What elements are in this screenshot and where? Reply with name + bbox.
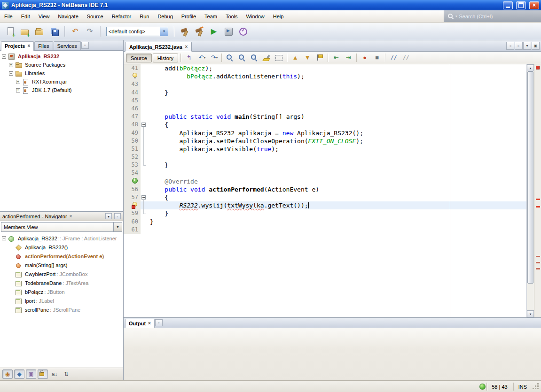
menu-profile[interactable]: Profile bbox=[177, 10, 200, 22]
tree-expander[interactable]: − bbox=[2, 54, 6, 59]
menu-help[interactable]: Help bbox=[269, 10, 288, 22]
scrollbar-track[interactable] bbox=[527, 284, 534, 310]
tab-list-button[interactable]: ▾ bbox=[523, 42, 531, 50]
menu-team[interactable]: Team bbox=[200, 10, 221, 22]
last-edit-position-button[interactable]: ↰ bbox=[183, 53, 195, 63]
tree-item[interactable]: bPołącz : JButton bbox=[0, 287, 123, 296]
tree-item[interactable]: −Libraries bbox=[0, 69, 123, 77]
tree-item[interactable]: −Aplikacja_RS232 :: JFrame : ActionListe… bbox=[0, 234, 123, 243]
config-select[interactable]: <default config>▼ bbox=[106, 27, 168, 36]
source-view-button[interactable]: Source bbox=[126, 54, 152, 62]
code-text[interactable]: } bbox=[147, 209, 526, 217]
code-text[interactable]: public void actionPerformed(ActionEvent … bbox=[147, 185, 526, 193]
history-view-button[interactable]: History bbox=[153, 54, 178, 62]
uncomment-button[interactable] bbox=[400, 53, 411, 63]
scroll-down-button[interactable]: ▼ bbox=[527, 310, 534, 317]
code-text[interactable]: add(bPołącz); bbox=[147, 64, 526, 72]
close-button[interactable]: × bbox=[529, 1, 539, 9]
tab-services[interactable]: Services bbox=[54, 41, 81, 50]
menu-file[interactable]: File bbox=[0, 10, 17, 22]
tree-item[interactable]: −Aplikacja_RS232 bbox=[0, 52, 123, 61]
quick-search[interactable]: ▾ Search (Ctrl+I) bbox=[444, 10, 541, 22]
shift-line-right-button[interactable]: ⇥ bbox=[343, 53, 354, 63]
code-text[interactable] bbox=[147, 105, 526, 113]
redo-button[interactable]: ↷ bbox=[83, 25, 96, 38]
tree-expander[interactable]: + bbox=[16, 88, 20, 92]
close-tab-icon[interactable]: × bbox=[27, 43, 30, 51]
code-text[interactable]: { bbox=[147, 121, 526, 129]
show-non-public-button[interactable] bbox=[38, 369, 48, 379]
scroll-up-button[interactable]: ▲ bbox=[527, 64, 534, 71]
next-bookmark-button[interactable]: ▼ bbox=[302, 53, 313, 63]
code-text[interactable] bbox=[147, 80, 526, 88]
tree-item[interactable]: CwybierzPort : JComboBox bbox=[0, 269, 123, 278]
sort-alphabetically-button[interactable]: a↓ bbox=[49, 369, 60, 379]
stop-macro-recording-button[interactable]: ■ bbox=[371, 53, 383, 63]
code-text[interactable]: aplikacja.setVisible(true); bbox=[147, 145, 526, 153]
code-text[interactable]: bPołącz.addActionListener(this); bbox=[147, 72, 526, 80]
collapse-panel-button[interactable]: ▫ bbox=[81, 42, 89, 49]
new-file-button[interactable] bbox=[4, 25, 17, 38]
undo-button[interactable]: ↶ bbox=[69, 25, 82, 38]
code-text[interactable] bbox=[147, 97, 526, 105]
menu-view[interactable]: View bbox=[34, 10, 54, 22]
scroll-tabs-right-button[interactable]: ▸ bbox=[515, 42, 523, 50]
output-console[interactable] bbox=[124, 328, 541, 380]
tree-expander[interactable]: + bbox=[9, 63, 13, 67]
close-navigator-icon[interactable]: × bbox=[70, 214, 72, 219]
sort-by-source-button[interactable]: ⇅ bbox=[61, 369, 71, 379]
open-project-button[interactable] bbox=[33, 25, 46, 38]
scroll-tabs-left-button[interactable]: ◂ bbox=[506, 42, 514, 50]
code-text[interactable]: } bbox=[147, 218, 526, 226]
shift-line-left-button[interactable]: ⇤ bbox=[330, 53, 342, 63]
scrollbar-thumb[interactable] bbox=[527, 71, 533, 284]
error-stripe-mark[interactable] bbox=[536, 199, 540, 200]
code-text[interactable]: @Override bbox=[147, 177, 526, 185]
show-static-members-button[interactable]: ▣ bbox=[26, 369, 36, 379]
comment-button[interactable] bbox=[388, 53, 399, 63]
menu-run[interactable]: Run bbox=[135, 10, 153, 22]
tree-item[interactable]: actionPerformed(ActionEvent e) bbox=[0, 252, 123, 261]
error-stripe-mark[interactable] bbox=[536, 268, 540, 269]
close-tab-icon[interactable]: × bbox=[185, 44, 188, 51]
code-lines[interactable]: 41 add(bPołącz); bPołącz.addActionListen… bbox=[124, 64, 526, 317]
code-text[interactable]: Aplikacja_RS232 aplikacja = new Aplikacj… bbox=[147, 129, 526, 137]
tab-projects[interactable]: Projects× bbox=[1, 41, 34, 51]
toggle-bookmark-button[interactable] bbox=[314, 53, 325, 63]
error-badge-icon[interactable] bbox=[536, 66, 540, 69]
find-next-occurrence-button[interactable] bbox=[236, 53, 248, 63]
profile-project-button[interactable] bbox=[236, 25, 250, 38]
toggle-highlight-search-button[interactable] bbox=[261, 53, 272, 63]
clean-build-project-button[interactable] bbox=[193, 25, 206, 38]
error-bulb-icon[interactable] bbox=[132, 201, 138, 208]
editor-tab[interactable]: Aplikacja_RS232.java × bbox=[125, 42, 192, 52]
tree-expander[interactable]: − bbox=[2, 236, 6, 240]
tree-item[interactable]: Aplikacja_RS232() bbox=[0, 243, 123, 252]
fold-collapse-button[interactable] bbox=[141, 195, 146, 200]
build-project-button[interactable] bbox=[178, 25, 191, 38]
chevron-down-icon[interactable]: ▼ bbox=[113, 223, 122, 231]
error-stripe-mark[interactable] bbox=[536, 262, 540, 263]
show-inherited-members-button[interactable]: ◉ bbox=[2, 369, 13, 379]
code-text[interactable]: } bbox=[147, 161, 526, 169]
search-dropdown-icon[interactable]: ▾ bbox=[455, 15, 457, 18]
menu-source[interactable]: Source bbox=[83, 10, 108, 22]
maximize-button[interactable] bbox=[516, 1, 526, 9]
resize-grip[interactable] bbox=[533, 383, 539, 390]
maximize-editor-button[interactable]: ▣ bbox=[532, 42, 540, 50]
run-project-button[interactable]: ▶ bbox=[207, 25, 220, 38]
rectangular-selection-button[interactable] bbox=[273, 53, 284, 63]
fold-collapse-button[interactable] bbox=[141, 123, 146, 127]
find-selection-button[interactable] bbox=[224, 53, 235, 63]
show-fields-button[interactable]: ◆ bbox=[14, 369, 24, 379]
code-text[interactable]: public static void main(String[] args) bbox=[147, 113, 526, 121]
tree-item[interactable]: TodebraneDane : JTextArea bbox=[0, 278, 123, 287]
forward-button[interactable]: ↷▾ bbox=[208, 53, 219, 63]
code-text[interactable]: aplikacja.setDefaultCloseOperation(EXIT_… bbox=[147, 137, 526, 145]
tree-expander[interactable]: − bbox=[9, 71, 13, 76]
tree-item[interactable]: main(String[] args) bbox=[0, 261, 123, 269]
tree-item[interactable]: scrollPane : JScrollPane bbox=[0, 305, 123, 314]
back-button[interactable]: ↶▾ bbox=[196, 53, 207, 63]
save-all-button[interactable] bbox=[47, 25, 61, 38]
tab-files[interactable]: Files bbox=[34, 41, 53, 50]
